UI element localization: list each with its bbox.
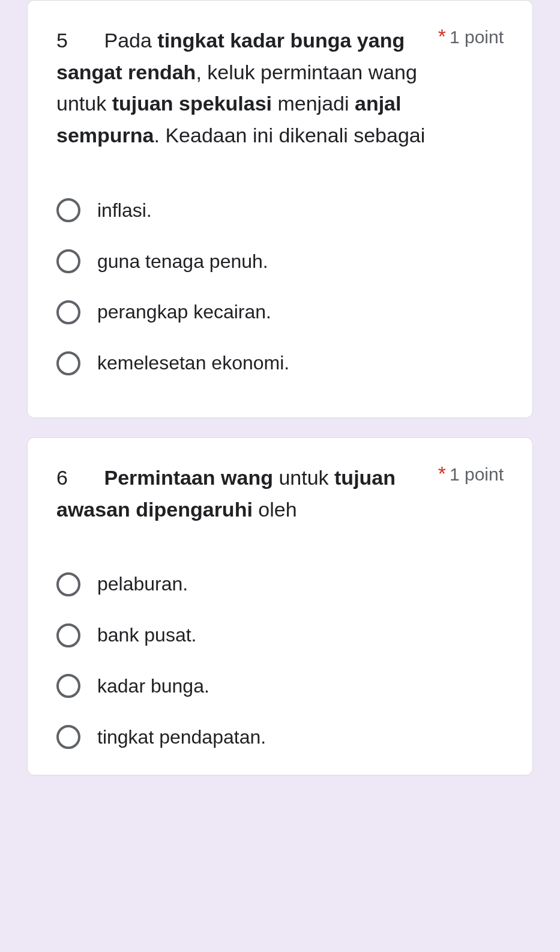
option-label: kadar bunga. — [97, 673, 209, 700]
question-meta: * 1 point — [437, 462, 504, 485]
option-label: guna tenaga penuh. — [97, 248, 268, 275]
question-text: 6 Permintaan wang untuk tujuan awasan di… — [56, 462, 437, 525]
radio-icon — [56, 572, 80, 596]
radio-option[interactable]: perangkap kecairan. — [56, 287, 504, 338]
option-label: perangkap kecairan. — [97, 299, 271, 326]
question-header: 6 Permintaan wang untuk tujuan awasan di… — [56, 462, 504, 525]
question-body: Pada tingkat kadar bunga yang sangat ren… — [56, 29, 425, 147]
radio-icon — [56, 351, 80, 375]
radio-option[interactable]: inflasi. — [56, 185, 504, 236]
option-label: inflasi. — [97, 197, 152, 224]
required-indicator: * — [438, 462, 446, 485]
radio-icon — [56, 249, 80, 273]
question-meta: * 1 point — [437, 25, 504, 48]
radio-icon — [56, 674, 80, 698]
option-label: tingkat pendapatan. — [97, 724, 266, 751]
question-number: 5 — [56, 25, 98, 56]
radio-icon — [56, 198, 80, 222]
radio-option[interactable]: pelaburan. — [56, 559, 504, 610]
radio-option[interactable]: guna tenaga penuh. — [56, 236, 504, 287]
radio-icon — [56, 623, 80, 647]
question-text-container: 6 Permintaan wang untuk tujuan awasan di… — [56, 462, 437, 525]
option-label: kemelesetan ekonomi. — [97, 350, 289, 377]
question-card-5: 5 Pada tingkat kadar bunga yang sangat r… — [27, 0, 533, 418]
question-text-container: 5 Pada tingkat kadar bunga yang sangat r… — [56, 25, 437, 151]
question-header: 5 Pada tingkat kadar bunga yang sangat r… — [56, 25, 504, 151]
points-label: 1 point — [446, 25, 504, 47]
radio-option[interactable]: kadar bunga. — [56, 661, 504, 712]
radio-option[interactable]: kemelesetan ekonomi. — [56, 338, 504, 389]
radio-option[interactable]: tingkat pendapatan. — [56, 712, 504, 763]
required-indicator: * — [438, 25, 446, 48]
question-body: Permintaan wang untuk tujuan awasan dipe… — [56, 466, 396, 521]
option-label: pelaburan. — [97, 571, 188, 598]
radio-icon — [56, 300, 80, 324]
radio-option[interactable]: bank pusat. — [56, 610, 504, 661]
radio-icon — [56, 725, 80, 749]
question-text: 5 Pada tingkat kadar bunga yang sangat r… — [56, 25, 437, 151]
question-number: 6 — [56, 462, 98, 494]
points-label: 1 point — [446, 462, 504, 485]
options-group: inflasi. guna tenaga penuh. perangkap ke… — [56, 185, 504, 389]
option-label: bank pusat. — [97, 622, 196, 649]
options-group: pelaburan. bank pusat. kadar bunga. ting… — [56, 559, 504, 762]
question-card-6: 6 Permintaan wang untuk tujuan awasan di… — [27, 437, 533, 775]
